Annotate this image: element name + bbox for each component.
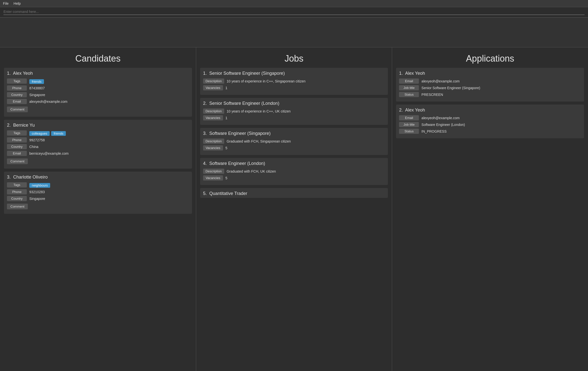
app-email-label-1: Email — [399, 78, 419, 84]
job-vacancies-row-2: Vacancies 1 — [203, 115, 385, 120]
job-description-2: 10 years of experience in C++, UK citize… — [227, 109, 291, 113]
job-card-5: 5. Quantitative Trader — [200, 188, 388, 198]
candidate-card-1: 1. Alex Yeoh Tags friends Phone 87438807… — [4, 68, 192, 117]
candidate-comment-row-1: Comment — [7, 106, 189, 112]
menu-file[interactable]: File — [3, 1, 9, 5]
app-status-row-2: Status IN_PROGRESS — [399, 129, 581, 134]
app-email-row-1: Email alexyeoh@example.com — [399, 78, 581, 84]
app-status-label-1: Status — [399, 92, 419, 97]
email-label-1: Email — [7, 99, 27, 104]
phone-label-3: Phone — [7, 189, 27, 194]
vacancies-label-3: Vacancies — [203, 145, 223, 150]
candidate-email-1: alexyeoh@example.com — [29, 99, 68, 104]
applications-header: Applications — [392, 47, 588, 68]
job-name-3: 3. Software Engineer (Singapore) — [203, 131, 385, 136]
job-vacancies-1: 1 — [225, 85, 227, 90]
job-card-3: 3. Software Engineer (Singapore) Descrip… — [200, 128, 388, 155]
application-name-2: 2. Alex Yeoh — [399, 108, 581, 113]
candidate-tags-row-1: Tags friends — [7, 78, 189, 84]
job-name-5: 5. Quantitative Trader — [203, 191, 385, 196]
applications-list: 1. Alex Yeoh Email alexyeoh@example.com … — [392, 68, 588, 371]
jobs-list: 1. Senior Software Engineer (Singapore) … — [196, 68, 392, 371]
desc-label-3: Description — [203, 139, 224, 144]
tags-container-2: colleagues friends — [29, 130, 66, 136]
candidate-card-3: 3. Charlotte Oliveiro Tags neighbours Ph… — [4, 172, 192, 214]
job-vacancies-row-4: Vacancies 5 — [203, 175, 385, 181]
candidates-column: Candidates 1. Alex Yeoh Tags friends Pho… — [0, 47, 196, 371]
candidate-phone-row-2: Phone 99272758 — [7, 137, 189, 143]
command-bar — [0, 7, 588, 18]
app-status-1: PRESCREEN — [421, 92, 443, 97]
country-label-1: Country — [7, 92, 27, 97]
candidate-phone-1: 87438807 — [29, 85, 45, 90]
vacancies-label-4: Vacancies — [203, 175, 223, 181]
comment-button-1[interactable]: Comment — [7, 107, 28, 112]
app-email-2: alexyeoh@example.com — [421, 115, 460, 120]
country-label-3: Country — [7, 196, 27, 201]
job-vacancies-4: 5 — [225, 175, 227, 180]
candidates-list: 1. Alex Yeoh Tags friends Phone 87438807… — [0, 68, 196, 371]
comment-button-2[interactable]: Comment — [7, 158, 28, 164]
app-jobtitle-row-2: Job title Software Engineer (London) — [399, 122, 581, 127]
candidates-header: Candidates — [0, 47, 196, 68]
candidate-country-2: China — [29, 144, 38, 149]
app-status-row-1: Status PRESCREEN — [399, 92, 581, 97]
menu-help[interactable]: Help — [14, 1, 21, 5]
tags-label-2: Tags — [7, 130, 27, 136]
comment-button-3[interactable]: Comment — [7, 204, 28, 209]
columns-container: Candidates 1. Alex Yeoh Tags friends Pho… — [0, 47, 588, 371]
app-jobtitle-label-1: Job title — [399, 85, 419, 90]
desc-label-4: Description — [203, 169, 224, 174]
candidate-email-2: berniceyu@example.com — [29, 151, 69, 155]
command-input[interactable] — [3, 10, 585, 15]
app-status-label-2: Status — [399, 129, 419, 134]
job-description-4: Graduated with FCH, UK citizen — [227, 169, 276, 173]
app-jobtitle-label-2: Job title — [399, 122, 419, 127]
candidate-phone-2: 99272758 — [29, 137, 45, 142]
application-card-2: 2. Alex Yeoh Email alexyeoh@example.com … — [396, 105, 584, 138]
job-card-1: 1. Senior Software Engineer (Singapore) … — [200, 68, 388, 95]
tags-container-3: neighbours — [29, 182, 50, 188]
job-desc-row-2: Description 10 years of experience in C+… — [203, 109, 385, 114]
candidate-country-row-1: Country Singapore — [7, 92, 189, 97]
tag-friends-2: friends — [51, 131, 66, 136]
tags-label-3: Tags — [7, 182, 27, 187]
job-card-4: 4. Software Engineer (London) Descriptio… — [200, 158, 388, 185]
job-description-1: 10 years of experience in C++, Singapore… — [227, 78, 306, 83]
vacancies-label-1: Vacancies — [203, 85, 223, 90]
candidate-card-2: 2. Bernice Yu Tags colleagues friends Ph… — [4, 120, 192, 169]
candidate-name-1: 1. Alex Yeoh — [7, 71, 189, 76]
app-status-2: IN_PROGRESS — [421, 129, 446, 133]
tags-label-1: Tags — [7, 78, 27, 84]
job-desc-row-4: Description Graduated with FCH, UK citiz… — [203, 169, 385, 174]
desc-label-2: Description — [203, 109, 224, 114]
job-desc-row-1: Description 10 years of experience in C+… — [203, 78, 385, 84]
candidate-country-row-2: Country China — [7, 144, 189, 149]
jobs-column: Jobs 1. Senior Software Engineer (Singap… — [196, 47, 392, 371]
job-name-4: 4. Software Engineer (London) — [203, 161, 385, 166]
vacancies-label-2: Vacancies — [203, 115, 223, 120]
candidate-country-1: Singapore — [29, 92, 45, 97]
application-card-1: 1. Alex Yeoh Email alexyeoh@example.com … — [396, 68, 584, 102]
candidate-phone-row-3: Phone 93210283 — [7, 189, 189, 194]
job-name-2: 2. Senior Software Engineer (London) — [203, 101, 385, 106]
desc-label-1: Description — [203, 78, 224, 84]
application-name-1: 1. Alex Yeoh — [399, 71, 581, 76]
candidate-comment-row-2: Comment — [7, 157, 189, 164]
app-email-row-2: Email alexyeoh@example.com — [399, 115, 581, 120]
candidate-email-row-2: Email berniceyu@example.com — [7, 151, 189, 156]
phone-label-2: Phone — [7, 137, 27, 143]
job-description-3: Graduated with FCH, Singaporean citizen — [227, 139, 291, 143]
app-email-label-2: Email — [399, 115, 419, 120]
applications-column: Applications 1. Alex Yeoh Email alexyeoh… — [392, 47, 588, 371]
job-desc-row-3: Description Graduated with FCH, Singapor… — [203, 139, 385, 144]
candidate-email-row-1: Email alexyeoh@example.com — [7, 99, 189, 104]
job-name-1: 1. Senior Software Engineer (Singapore) — [203, 71, 385, 76]
menubar: File Help — [0, 0, 588, 7]
tag-friends-1: friends — [29, 79, 44, 84]
job-vacancies-3: 5 — [225, 145, 227, 150]
candidate-tags-row-3: Tags neighbours — [7, 182, 189, 188]
job-vacancies-row-3: Vacancies 5 — [203, 145, 385, 150]
candidate-phone-3: 93210283 — [29, 189, 45, 194]
app-jobtitle-row-1: Job title Senior Software Engineer (Sing… — [399, 85, 581, 90]
